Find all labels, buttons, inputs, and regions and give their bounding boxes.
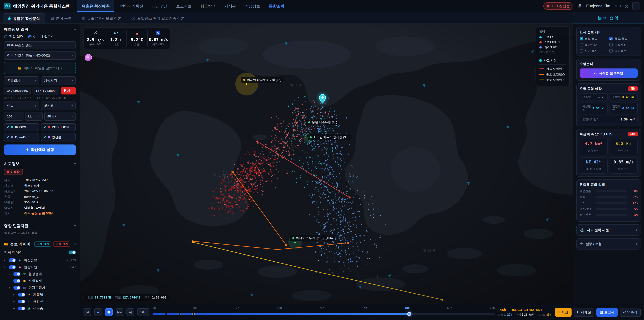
- skip-to-start-button[interactable]: |◀: [84, 308, 91, 316]
- skip-to-end-button[interactable]: ▶|: [126, 308, 134, 316]
- incident-select[interactable]: 여수 유조선 충돌 (INC-0042) ▾: [4, 51, 76, 60]
- latitude-input[interactable]: [4, 87, 31, 95]
- radio-direct-input[interactable]: 직접 입력: [4, 34, 24, 39]
- report-button[interactable]: ▤보고서: [596, 307, 618, 317]
- model-chip-kosps[interactable]: ✓KOSPS: [4, 123, 39, 131]
- layers-all-on-button[interactable]: 전체 켜기: [34, 241, 51, 247]
- backtrack-button[interactable]: ↩역추적: [620, 307, 641, 317]
- sensitive-section-header[interactable]: 영향 민감자원 ▾: [4, 223, 76, 228]
- unit-select[interactable]: kL▾: [25, 112, 42, 121]
- slider-handle[interactable]: [407, 312, 411, 316]
- ship-spec-section[interactable]: ⚓ 사고 선박 제원 ▾: [576, 224, 641, 236]
- map[interactable]: 여수시 화양면 돌산읍 여자만 습지보호구역 (6h) 웅천 해수욕장 (1h)…: [80, 24, 573, 304]
- notification-bell-icon[interactable]: [578, 3, 582, 9]
- model-chip-poseidon[interactable]: ✓POSEIDON: [41, 123, 76, 131]
- menu-item-aerial-search[interactable]: 항공탐색: [196, 0, 220, 12]
- layer-row-fishery[interactable]: ▸ ◈ 어장정보 17,129: [4, 257, 76, 264]
- kpi-label: 확산 속도: [618, 168, 629, 170]
- incident-location-pin[interactable]: [319, 94, 326, 105]
- layers-all-off-button[interactable]: 전체 끄기: [53, 241, 70, 247]
- release-type-select[interactable]: 연속▾: [4, 102, 39, 110]
- checkbox-current-vector[interactable]: 유향/유속: [580, 37, 608, 41]
- checkbox-shore-adhesion[interactable]: 해안부착: [580, 43, 608, 47]
- event-marker: [165, 312, 167, 315]
- layer-toggle[interactable]: [18, 306, 25, 310]
- menu-item-weather[interactable]: 기상정보: [240, 0, 265, 12]
- hamburger-menu-icon[interactable]: ≡: [632, 2, 640, 10]
- pollution-analysis-card: 오염분석 ▱ 다각형 분석수행: [576, 59, 641, 81]
- master-layer-toggle[interactable]: [69, 250, 76, 254]
- tab-diffusion-analysis[interactable]: 유출유 확산분석: [3, 14, 45, 24]
- time-slider[interactable]: 0h 6h 12h 18h 24h 36h 48h 60h 72h: [152, 304, 495, 320]
- model-chip-opendrift[interactable]: ✓OpenDrift: [4, 133, 39, 141]
- legend-item-fence-urgent: 긴급 오일펜스: [539, 67, 566, 71]
- menu-item-integrated-search[interactable]: 통합조회: [265, 0, 289, 12]
- checkbox-icon: [609, 37, 613, 41]
- pick-on-map-button[interactable]: 지도: [61, 87, 76, 95]
- layer-label: 민감도평가: [28, 285, 45, 290]
- layer-toggle[interactable]: [14, 286, 20, 290]
- layer-row-sensitive[interactable]: ▾ ◆ 민감자원 3,947: [4, 264, 76, 270]
- kpi-value: 6.2 km: [611, 141, 636, 146]
- image-dropzone[interactable]: 이미지 파일을 선택하세요: [4, 62, 76, 74]
- map-measure-tool-button[interactable]: ✦: [85, 54, 92, 61]
- stat-value: 0.00 kL: [622, 107, 635, 110]
- recalculate-button[interactable]: ↻재계산: [574, 307, 594, 317]
- menu-item-reports[interactable]: 보고자료: [172, 0, 196, 12]
- layer-row-socioeconomic[interactable]: ▸ ▣ 사회경제: [4, 277, 76, 284]
- incident-section-header[interactable]: 사고정보 ▾: [4, 161, 76, 166]
- tab-analysis-list[interactable]: ▤ 분석 목록: [46, 14, 76, 24]
- pause-button[interactable]: ▮▮: [105, 308, 113, 316]
- layer-row-species[interactable]: ▸ ◉ 생물종: [4, 305, 76, 312]
- expected-time-select[interactable]: 예상시각▾: [41, 76, 76, 85]
- layer-row-eco[interactable]: ▸ ✿ 환경생태: [4, 270, 76, 277]
- menu-item-hns[interactable]: HNS·대기확산: [114, 0, 148, 12]
- chevron-right-icon: ▸: [14, 293, 16, 296]
- layer-toggle[interactable]: [9, 258, 16, 262]
- slider-track[interactable]: [152, 313, 495, 315]
- fast-forward-button[interactable]: ▶▶: [116, 308, 124, 316]
- duration-select[interactable]: 48시간▾: [44, 112, 76, 121]
- layer-toggle[interactable]: [18, 300, 25, 303]
- row-label: 사고명: [4, 184, 22, 188]
- layer-row-seasonal[interactable]: ▸ ● 계절별: [4, 291, 76, 298]
- polygon-analysis-button[interactable]: ▱ 다각형 분석수행: [580, 69, 638, 78]
- layer-row-coastline[interactable]: ▸ ≈ 해안선: [4, 298, 76, 305]
- incident-name-input[interactable]: [4, 41, 76, 49]
- owner-insurance-section[interactable]: ☂ 선주 / 보험 ▾: [576, 238, 641, 249]
- chevron-right-icon: ▸: [9, 272, 12, 275]
- checkbox-sensitive-resources[interactable]: 민감자원: [609, 43, 638, 47]
- logout-button[interactable]: 로그아웃: [614, 4, 628, 9]
- danger-badge: 위험: [628, 86, 638, 91]
- checkbox-time-display[interactable]: 시간 표시: [580, 49, 608, 53]
- checkbox-weather-info[interactable]: 날씨정보: [609, 49, 638, 53]
- playback-speed-select[interactable]: 1×▾: [137, 308, 150, 316]
- tab-model-theory[interactable]: ▥ 유출유확산모델 이론: [77, 14, 126, 24]
- layer-toggle[interactable]: [18, 293, 25, 296]
- tab-boom-algorithm-theory[interactable]: ⓘ 오일펜스 배치 알고리즘 이론: [127, 14, 189, 24]
- menu-item-rescue[interactable]: 긴급구난: [148, 0, 172, 12]
- layer-toggle[interactable]: [9, 265, 16, 269]
- site-label-wetland: 여자만 습지보호구역 (6h): [241, 77, 284, 83]
- amount-input[interactable]: [4, 112, 24, 121]
- layer-toggle[interactable]: [14, 279, 20, 283]
- oil-type-select[interactable]: 벙커유▾: [41, 102, 76, 110]
- legend-label: OpenDrift: [544, 46, 556, 49]
- action-buttons: ↓저장 ↻재계산 ▤보고서 ↩역추적: [555, 307, 641, 317]
- checkbox-wind-vector[interactable]: 풍향/풍속: [609, 37, 638, 41]
- longitude-input[interactable]: [32, 87, 59, 95]
- layer-row-sensitivity-eval[interactable]: ▾ ▥ 민감도평가: [4, 284, 76, 291]
- company-select[interactable]: 유출회사▾: [4, 76, 39, 85]
- app-logo: 해양환경 위기대응 통합시스템: [4, 3, 70, 10]
- row-label: 사고코드: [4, 178, 22, 182]
- prediction-section-header[interactable]: 예측정보 입력 ▾: [4, 27, 76, 32]
- layer-toggle[interactable]: [14, 272, 20, 276]
- save-button[interactable]: ↓저장: [555, 307, 572, 317]
- model-chip-ensemble[interactable]: ✓앙상블: [41, 133, 76, 141]
- incident-row: 담당자남해청, 방제과: [4, 206, 76, 210]
- menu-item-spill-prediction[interactable]: 유출유 확산예측: [77, 0, 114, 12]
- step-back-button[interactable]: ◀: [94, 308, 102, 316]
- run-prediction-button[interactable]: 확산예측 실행: [4, 144, 76, 155]
- menu-item-board[interactable]: 게시판: [220, 0, 240, 12]
- radio-image-upload[interactable]: 이미지 업로드: [28, 34, 54, 39]
